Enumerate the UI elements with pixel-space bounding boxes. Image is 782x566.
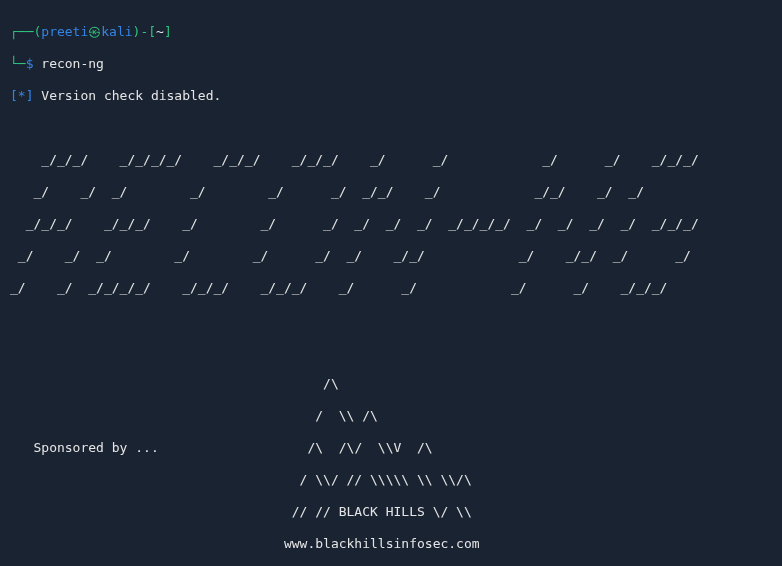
prompt-open: ┌──( — [10, 24, 41, 39]
star-marker: [*] — [10, 88, 33, 103]
bhills-url: www.blackhillsinfosec.com — [10, 536, 772, 552]
bhills-3-tail: /\ /\/ \\V /\ — [159, 440, 433, 455]
bhills-2: / \\ /\ — [10, 408, 772, 424]
bhills-5: // // BLACK HILLS \/ \\ — [10, 504, 772, 520]
prompt-close: )-[ — [133, 24, 156, 39]
output-version-check: [*] Version check disabled. — [10, 88, 772, 104]
blank-line — [10, 120, 772, 136]
prompt-lead: └─ — [10, 56, 26, 71]
prompt-at: ㉿ — [88, 24, 101, 39]
command-typed: recon-ng — [33, 56, 103, 71]
prompt-path: ~ — [156, 24, 164, 39]
ascii-banner-2: _/ _/ _/ _/ _/ _/ _/_/ _/ _/_/ _/ _/ — [10, 184, 772, 200]
blank-line — [10, 344, 772, 360]
bhills-4: / \\/ // \\\\\ \\ \\/\ — [10, 472, 772, 488]
prompt-end: ] — [164, 24, 172, 39]
shell-prompt-line2: └─$ recon-ng — [10, 56, 772, 72]
ascii-banner-3: _/_/_/ _/_/_/ _/ _/ _/ _/ _/ _/ _/_/_/_/… — [10, 216, 772, 232]
bhills-1: /\ — [10, 376, 772, 392]
sponsor-line: Sponsored by ... /\ /\/ \\V /\ — [10, 440, 772, 456]
sponsor-label: Sponsored by ... — [10, 440, 159, 455]
version-text: Version check disabled. — [33, 88, 221, 103]
ascii-banner-4: _/ _/ _/ _/ _/ _/ _/ _/_/ _/ _/_/ _/ _/ — [10, 248, 772, 264]
prompt-user: preeti — [41, 24, 88, 39]
prompt-host: kali — [101, 24, 132, 39]
ascii-banner-5: _/ _/ _/_/_/_/ _/_/_/ _/_/_/ _/ _/ _/ _/… — [10, 280, 772, 296]
shell-prompt-line1: ┌──(preeti㉿kali)-[~] — [10, 24, 772, 40]
ascii-banner-1: _/_/_/ _/_/_/_/ _/_/_/ _/_/_/ _/ _/ _/ _… — [10, 152, 772, 168]
terminal-window[interactable]: ┌──(preeti㉿kali)-[~] └─$ recon-ng [*] Ve… — [0, 0, 782, 566]
blank-line — [10, 312, 772, 328]
